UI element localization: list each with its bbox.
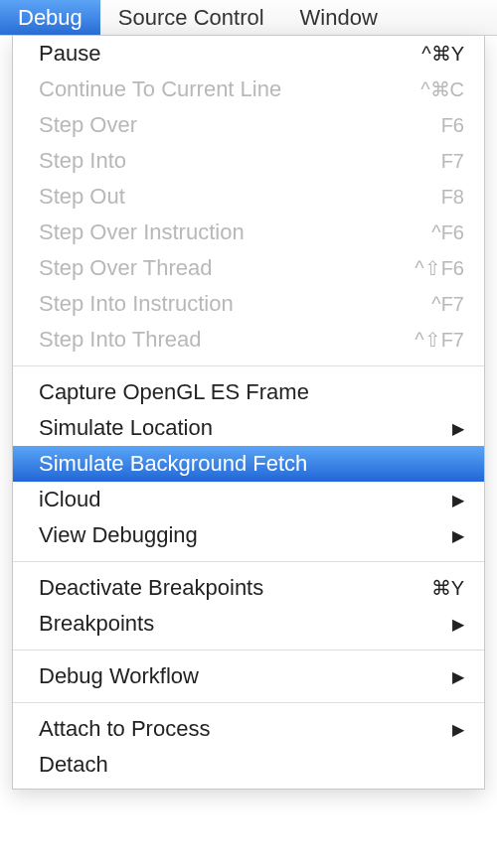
shortcut: F6 xyxy=(441,114,464,137)
menu-item-debug-workflow[interactable]: Debug Workflow ▶ xyxy=(13,658,484,694)
chevron-right-icon: ▶ xyxy=(452,526,464,545)
shortcut: ^⇧F6 xyxy=(414,256,464,280)
menu-label: Capture OpenGL ES Frame xyxy=(39,379,309,405)
menu-item-capture-opengl-es-frame[interactable]: Capture OpenGL ES Frame xyxy=(13,374,484,410)
shortcut: ^⇧F7 xyxy=(414,328,464,352)
menu-label: Step Into xyxy=(39,148,126,174)
menu-label: Continue To Current Line xyxy=(39,76,281,102)
menu-item-pause[interactable]: Pause ^⌘Y xyxy=(13,36,484,72)
menu-item-step-over-instruction: Step Over Instruction ^F6 xyxy=(13,215,484,250)
shortcut: ^F7 xyxy=(431,293,464,316)
menu-label: Step Into Instruction xyxy=(39,291,234,317)
menu-item-step-into: Step Into F7 xyxy=(13,143,484,179)
menu-label: Attach to Process xyxy=(39,716,210,742)
menubar: Debug Source Control Window xyxy=(0,0,497,36)
menu-label: Debug Workflow xyxy=(39,663,199,689)
menu-item-deactivate-breakpoints[interactable]: Deactivate Breakpoints ⌘Y xyxy=(13,570,484,606)
chevron-right-icon: ▶ xyxy=(452,667,464,686)
menu-label: Simulate Location xyxy=(39,415,213,441)
menu-label: Simulate Background Fetch xyxy=(39,451,307,477)
menubar-item-window[interactable]: Window xyxy=(282,0,396,35)
debug-dropdown-menu: Pause ^⌘Y Continue To Current Line ^⌘C S… xyxy=(12,36,485,790)
chevron-right-icon: ▶ xyxy=(452,615,464,634)
menu-label: Step Into Thread xyxy=(39,327,202,353)
menu-label: iCloud xyxy=(39,487,100,512)
shortcut: F8 xyxy=(441,186,464,209)
menu-separator xyxy=(13,702,484,703)
menu-item-step-over-thread: Step Over Thread ^⇧F6 xyxy=(13,250,484,286)
menubar-item-debug[interactable]: Debug xyxy=(0,0,100,35)
menu-item-view-debugging[interactable]: View Debugging ▶ xyxy=(13,517,484,553)
menu-item-simulate-background-fetch[interactable]: Simulate Background Fetch xyxy=(13,446,484,482)
menu-item-simulate-location[interactable]: Simulate Location ▶ xyxy=(13,410,484,446)
menu-label: Pause xyxy=(39,41,100,67)
menu-item-step-into-thread: Step Into Thread ^⇧F7 xyxy=(13,322,484,358)
menubar-label: Window xyxy=(300,5,378,31)
menu-label: Step Over Thread xyxy=(39,255,212,281)
chevron-right-icon: ▶ xyxy=(452,491,464,509)
chevron-right-icon: ▶ xyxy=(452,419,464,438)
menu-item-step-over: Step Over F6 xyxy=(13,107,484,143)
menu-item-continue-to-current-line: Continue To Current Line ^⌘C xyxy=(13,72,484,107)
menu-label: Step Over xyxy=(39,112,137,138)
menu-label: View Debugging xyxy=(39,522,198,548)
menu-separator xyxy=(13,365,484,366)
menu-separator xyxy=(13,561,484,562)
menu-label: Detach xyxy=(39,752,108,778)
menubar-item-source-control[interactable]: Source Control xyxy=(100,0,282,35)
menu-item-step-out: Step Out F8 xyxy=(13,179,484,215)
shortcut: F7 xyxy=(441,150,464,173)
menu-label: Breakpoints xyxy=(39,611,154,637)
menu-separator xyxy=(13,650,484,651)
chevron-right-icon: ▶ xyxy=(452,720,464,739)
menu-item-breakpoints[interactable]: Breakpoints ▶ xyxy=(13,606,484,642)
menu-label: Step Over Instruction xyxy=(39,219,245,245)
menu-item-detach[interactable]: Detach xyxy=(13,747,484,783)
menu-item-step-into-instruction: Step Into Instruction ^F7 xyxy=(13,286,484,322)
menu-label: Step Out xyxy=(39,184,125,210)
shortcut: ^⌘Y xyxy=(421,42,464,66)
menu-item-attach-to-process[interactable]: Attach to Process ▶ xyxy=(13,711,484,747)
shortcut: ^⌘C xyxy=(420,77,464,101)
menu-item-icloud[interactable]: iCloud ▶ xyxy=(13,482,484,517)
shortcut: ⌘Y xyxy=(431,576,464,600)
menubar-label: Debug xyxy=(18,5,83,31)
menubar-label: Source Control xyxy=(118,5,264,31)
menu-label: Deactivate Breakpoints xyxy=(39,575,263,601)
shortcut: ^F6 xyxy=(431,221,464,244)
